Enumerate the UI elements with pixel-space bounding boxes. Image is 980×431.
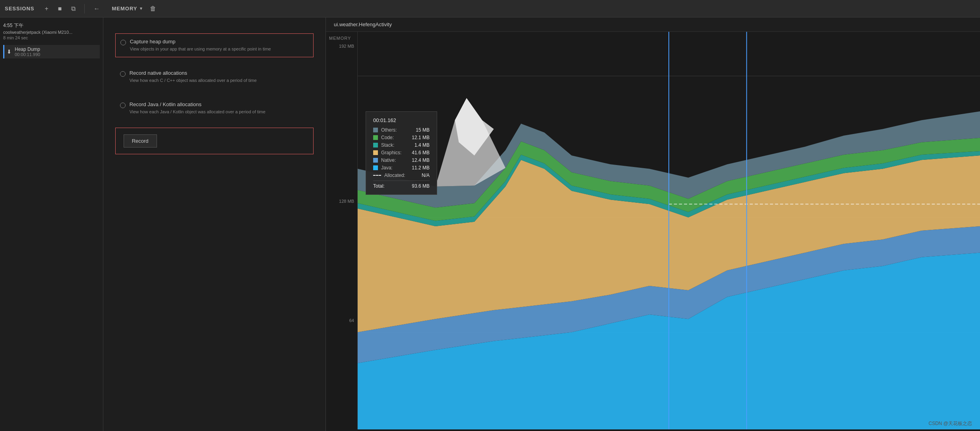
tooltip-graphics-row: Graphics: 41.6 MB (373, 150, 430, 155)
tooltip-others-value: 15 MB (416, 127, 430, 133)
memory-label-area: MEMORY 192 MB 128 MB 64 (326, 32, 358, 429)
tooltip-stack-row: Stack: 1.4 MB (373, 142, 430, 148)
stop-button[interactable]: ■ (56, 4, 64, 14)
tooltip-divider (373, 181, 430, 181)
memory-chart-title: MEMORY (329, 36, 351, 41)
heap-dump-icon: ⬇ (7, 49, 12, 55)
session-duration: 8 min 24 sec (3, 35, 100, 40)
memory-text: MEMORY (112, 6, 137, 12)
tooltip-allocated-label: Allocated: (384, 173, 418, 178)
add-session-button[interactable]: + (42, 4, 50, 14)
tooltip-java-value: 11.2 MB (412, 165, 430, 171)
options-panel: Capture heap dump View objects in your a… (103, 17, 325, 431)
record-native-text: Record native allocations View how each … (130, 70, 257, 83)
tooltip-native-row: Native: 12.4 MB (373, 157, 430, 163)
tooltip-java-label: Java: (381, 165, 409, 171)
tooltip-native-label: Native: (381, 157, 409, 163)
chart-canvas: 00:01.162 Others: 15 MB Code: 12.1 MB St… (358, 32, 980, 429)
tooltip-java-color (373, 165, 378, 170)
memory-label-toolbar: MEMORY ▾ (112, 6, 142, 12)
memory-chart-svg (358, 32, 980, 429)
y-label-192: 192 MB (339, 44, 354, 49)
chart-header: ui.weather.HefengActivity (326, 17, 980, 32)
tooltip-native-color (373, 158, 378, 163)
watermark: CSDN @天花板之恋 (928, 420, 972, 427)
record-java-text: Record Java / Kotlin allocations View ho… (130, 101, 265, 115)
back-button[interactable]: ← (91, 4, 102, 14)
tooltip-graphics-value: 41.6 MB (412, 150, 430, 155)
tooltip-graphics-color (373, 150, 378, 155)
chart-body: MEMORY 192 MB 128 MB 64 (326, 32, 980, 429)
tooltip-allocated-value: N/A (422, 173, 430, 178)
memory-tooltip: 00:01.162 Others: 15 MB Code: 12.1 MB St… (366, 111, 437, 195)
chart-panel: ui.weather.HefengActivity MEMORY 192 MB … (326, 17, 980, 431)
tooltip-total-row: Total: 93.6 MB (373, 183, 430, 189)
heap-dump-item[interactable]: ⬇ Heap Dump 00:00:11.990 (3, 45, 100, 58)
capture-heap-dump-option[interactable]: Capture heap dump View objects in your a… (115, 33, 314, 57)
sessions-label: SESSIONS (5, 6, 34, 12)
tooltip-code-color (373, 135, 378, 140)
tooltip-stack-value: 1.4 MB (414, 142, 430, 148)
session-device: coolweatherjetpack (Xiaomi M210... (3, 30, 100, 35)
record-button-wrapper: Record (115, 128, 314, 154)
y-label-64: 64 (349, 318, 354, 323)
tooltip-others-label: Others: (381, 127, 413, 133)
session-time: 4:55 下午 (3, 22, 100, 29)
toolbar-divider (84, 4, 85, 14)
record-native-radio[interactable] (120, 71, 126, 77)
split-button[interactable]: ⧉ (69, 4, 78, 14)
tooltip-native-value: 12.4 MB (412, 157, 430, 163)
heap-dump-info: Heap Dump 00:00:11.990 (15, 47, 40, 57)
tooltip-time: 00:01.162 (373, 117, 430, 123)
record-native-option[interactable]: Record native allocations View how each … (115, 65, 314, 88)
delete-button[interactable]: 🗑 (147, 4, 159, 14)
capture-heap-dump-inner: Capture heap dump View objects in your a… (120, 39, 271, 52)
tooltip-others-row: Others: 15 MB (373, 127, 430, 133)
tooltip-code-value: 12.1 MB (412, 135, 430, 140)
toolbar: SESSIONS + ■ ⧉ ← MEMORY ▾ 🗑 (0, 0, 980, 17)
capture-heap-dump-text: Capture heap dump View objects in your a… (130, 39, 271, 52)
tooltip-others-color (373, 128, 378, 132)
heap-dump-time: 00:00:11.990 (15, 52, 40, 57)
tooltip-code-label: Code: (381, 135, 409, 140)
heap-dump-label: Heap Dump (15, 47, 40, 52)
sessions-sidebar: 4:55 下午 coolweatherjetpack (Xiaomi M210.… (0, 17, 103, 431)
capture-heap-dump-radio[interactable] (120, 40, 126, 45)
tooltip-graphics-label: Graphics: (381, 150, 409, 155)
capture-heap-dump-label: Capture heap dump (130, 39, 271, 45)
tooltip-code-row: Code: 12.1 MB (373, 135, 430, 140)
main-layout: 4:55 下午 coolweatherjetpack (Xiaomi M210.… (0, 17, 980, 431)
record-java-option[interactable]: Record Java / Kotlin allocations View ho… (115, 97, 314, 120)
y-label-128: 128 MB (339, 199, 354, 204)
record-java-inner: Record Java / Kotlin allocations View ho… (120, 101, 265, 115)
tooltip-java-row: Java: 11.2 MB (373, 165, 430, 171)
record-java-radio[interactable] (120, 103, 126, 108)
record-native-desc: View how each C / C++ object was allocat… (130, 78, 257, 83)
capture-heap-dump-desc: View objects in your app that are using … (130, 46, 271, 52)
record-native-inner: Record native allocations View how each … (120, 70, 257, 83)
tooltip-total-value: 93.6 MB (412, 183, 430, 189)
record-native-label: Record native allocations (130, 70, 257, 76)
record-button[interactable]: Record (124, 134, 157, 148)
tooltip-stack-label: Stack: (381, 142, 411, 148)
left-panel: 4:55 下午 coolweatherjetpack (Xiaomi M210.… (0, 17, 326, 431)
tooltip-total-label: Total: (373, 183, 385, 189)
tooltip-stack-color (373, 143, 378, 148)
record-java-label: Record Java / Kotlin allocations (130, 101, 265, 107)
activity-title: ui.weather.HefengActivity (334, 21, 392, 27)
memory-dropdown-arrow[interactable]: ▾ (140, 6, 143, 11)
record-java-desc: View how each Java / Kotlin object was a… (130, 109, 265, 115)
tooltip-allocated-icon (373, 175, 381, 176)
tooltip-allocated-row: Allocated: N/A (373, 173, 430, 178)
content-area: 4:55 下午 coolweatherjetpack (Xiaomi M210.… (0, 17, 325, 431)
